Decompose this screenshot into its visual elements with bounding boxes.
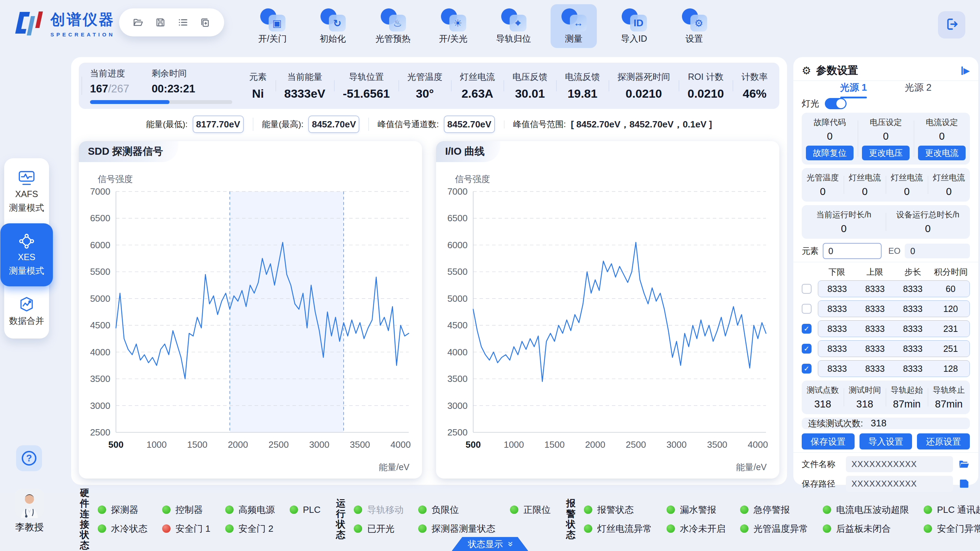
row-checkbox[interactable]: ✓ (802, 364, 811, 373)
svg-text:1000: 1000 (146, 439, 167, 450)
light-label: 灯光 (802, 98, 819, 109)
nav-item[interactable]: ☀ 开/关光 (430, 4, 476, 48)
energy-min-input[interactable]: 8177.70eV (192, 116, 244, 133)
scan-row-values[interactable]: 8333 8333 8333 231 (818, 320, 970, 337)
collapse-panel-icon[interactable]: ▶ (961, 67, 970, 75)
fault-action-button[interactable]: 故障复位 (806, 146, 854, 160)
status-indicator: 负限位 (418, 504, 495, 516)
progress-total: /267 (108, 83, 129, 95)
fault-action-button[interactable]: 更改电压 (862, 146, 910, 160)
energy-max: 能量(最高): 8452.70eV (253, 116, 369, 133)
progress-bar (90, 100, 232, 104)
progress-current: 167 (90, 83, 108, 95)
svg-text:6000: 6000 (447, 240, 468, 250)
help-button[interactable]: ? (16, 445, 42, 471)
stat-item: 导轨位置 -51.6561 (334, 71, 399, 100)
status-indicator: 漏水警报 (667, 504, 725, 516)
svg-text:6000: 6000 (90, 240, 110, 250)
xes-molecule-icon (0, 233, 53, 249)
nav-item-icon: ⌖ (500, 8, 527, 32)
energy-max-input[interactable]: 8452.70eV (308, 116, 360, 133)
status-display-toggle[interactable]: 状态显示 « (452, 537, 528, 551)
sidebar-item-xes-mode[interactable]: XES 测量模式 (0, 223, 53, 286)
scan-row: ✓ 8333 8333 8333 60 (802, 280, 970, 297)
fault-action-button[interactable]: 更改电流 (918, 146, 966, 160)
sidebar-item-data-merge[interactable]: 数据合并 (4, 292, 49, 331)
status-dot (418, 524, 426, 533)
save-path-label: 保存路径 (802, 478, 841, 489)
stat-item: 灯丝电流 2.63A (451, 71, 504, 100)
scan-row-values[interactable]: 8333 8333 8333 251 (818, 340, 970, 357)
save-settings-button[interactable]: 保存设置 (802, 433, 854, 449)
stat-value: 2.63A (460, 87, 495, 100)
row-checkbox[interactable]: ✓ (802, 304, 811, 314)
reading-col: 灯丝电流 0 (844, 172, 886, 197)
tab-light-source[interactable]: 光源 2 (903, 81, 934, 94)
status-indicator: PLC (290, 505, 321, 515)
row-checkbox[interactable]: ✓ (802, 284, 811, 294)
save-file-icon[interactable] (958, 478, 970, 490)
nav-item[interactable]: ID 导入ID (611, 4, 657, 48)
nav-item[interactable]: ⌖ 导轨归位 (490, 4, 536, 48)
svg-text:3000: 3000 (667, 439, 687, 450)
nav-item-label: 光管预热 (370, 33, 416, 44)
list-icon[interactable] (178, 17, 188, 28)
scan-row-values[interactable]: 8333 8333 8333 128 (818, 360, 970, 377)
row-checkbox[interactable]: ✓ (802, 344, 811, 354)
status-indicator: 导轨移动 (354, 504, 404, 516)
app-window: 创谱仪器 SPECREATION ▣ 开/关门 (0, 0, 980, 551)
element-label: 元素 (802, 245, 819, 257)
file-name-input[interactable]: XXXXXXXXXXX (846, 456, 953, 472)
exit-button[interactable] (938, 11, 965, 38)
sidebar-item-xafs-mode[interactable]: XAFS 测量模式 (4, 166, 49, 218)
svg-text:4000: 4000 (447, 347, 468, 357)
restore-settings-button[interactable]: 还原设置 (917, 433, 970, 449)
status-indicator: 正限位 (510, 504, 550, 516)
gear-icon: ⚙ (802, 64, 811, 77)
nav-item[interactable]: ↻ 初始化 (310, 4, 356, 48)
sdd-chart-plot[interactable]: 2500300035004000450050005500600065007000… (82, 187, 418, 454)
status-indicator: 电流电压波动超限 (823, 504, 909, 516)
svg-text:1500: 1500 (544, 439, 565, 450)
copy-add-icon[interactable] (200, 17, 210, 28)
main-panel: 当前进度 167/267 剩余时间 00:23:21 元素 Ni 当前能量 (71, 57, 787, 485)
peak-range-value: [ 8452.70eV，8452.70eV，0.1eV ] (571, 118, 712, 130)
scan-row-values[interactable]: 8333 8333 8333 60 (818, 280, 970, 297)
fault-card: 故障代码 0 故障复位 电压设定 0 更改电压 电流设定 0 更改电流 (802, 113, 970, 165)
alarm-group-label: 报警状态 (566, 498, 576, 540)
light-toggle[interactable] (825, 98, 846, 109)
status-indicator: 安全门 2 (225, 522, 275, 535)
logout-icon (944, 17, 959, 33)
test-col: 测试点数 318 (802, 385, 844, 410)
status-indicator: 水冷状态 (98, 522, 148, 535)
svg-text:500: 500 (466, 439, 480, 450)
peak-range: 峰值信号范围: [ 8452.70eV，8452.70eV，0.1eV ] (504, 118, 721, 130)
nav-item-label: 初始化 (310, 33, 356, 44)
tab-light-source[interactable]: 光源 1 (838, 81, 869, 94)
nav-item[interactable]: ▣ 开/关门 (250, 4, 296, 48)
peak-channel-input[interactable]: 8452.70eV (444, 116, 495, 133)
save-icon[interactable] (155, 17, 165, 28)
main-nav: ▣ 开/关门 ↻ 初始化 ♨ 光管预热 (250, 4, 718, 48)
stat-item: ROI 计数 0.0210 (679, 71, 733, 100)
scan-row-values[interactable]: 8333 8333 8333 120 (818, 300, 970, 317)
folder-open-icon[interactable] (133, 17, 143, 28)
avatar[interactable] (15, 489, 44, 518)
browse-folder-icon[interactable] (958, 458, 970, 470)
element-input[interactable]: 0 (823, 243, 881, 259)
import-settings-button[interactable]: 导入设置 (859, 433, 912, 449)
user-block[interactable]: 李教授 (13, 489, 46, 534)
repeat-count-value[interactable]: 318 (871, 418, 886, 429)
eo-input[interactable]: 0 (905, 244, 970, 258)
nav-item[interactable]: ⚙ 设置 (671, 4, 718, 48)
row-checkbox[interactable]: ✓ (802, 324, 811, 333)
chart-title: SDD 探测器信号 (79, 141, 178, 162)
energy-settings-row: 能量(最低): 8177.70eV 能量(最高): 8452.70eV 峰值信号… (71, 114, 787, 134)
nav-item[interactable]: ↔ 测量 (550, 4, 597, 48)
io-chart-plot[interactable]: 2500300035004000450050005500600065007000… (439, 187, 776, 454)
status-dot (162, 524, 170, 533)
save-path-input[interactable]: XXXXXXXXXXX (846, 476, 953, 492)
stat-label: 电流反馈 (565, 71, 600, 83)
runtime-col: 设备运行总时长/h 0 (886, 210, 970, 235)
nav-item[interactable]: ♨ 光管预热 (370, 4, 416, 48)
